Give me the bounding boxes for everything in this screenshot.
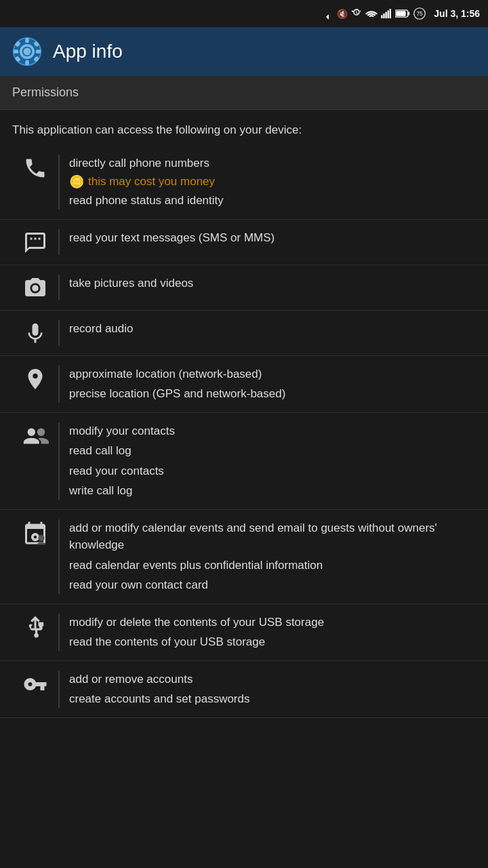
- permission-group-sms: read your text messages (SMS or MMS): [0, 220, 488, 265]
- svg-rect-13: [25, 38, 29, 43]
- settings-gear-icon: [12, 37, 42, 66]
- phone-perm-1: directly call phone numbers: [69, 155, 476, 172]
- accounts-icon-col: [12, 671, 58, 696]
- phone-icon: [23, 156, 47, 180]
- svg-point-12: [24, 48, 31, 56]
- badge-icon: 75: [413, 7, 426, 20]
- usb-perm-2: read the contents of your USB storage: [69, 633, 476, 651]
- accounts-text-col: add or remove accounts create accounts a…: [69, 671, 476, 708]
- sms-icon: [23, 231, 47, 255]
- permission-group-mic: record audio: [0, 311, 488, 356]
- mute-icon: 🔇: [337, 9, 348, 19]
- mic-icon: [23, 321, 47, 346]
- permissions-bar: Permissions: [0, 76, 488, 110]
- svg-rect-7: [396, 11, 406, 16]
- phone-perm-3: read phone status and identity: [69, 192, 476, 210]
- contacts-perm-2: read call log: [69, 442, 476, 460]
- usb-perm-1: modify or delete the contents of your US…: [69, 614, 476, 631]
- sms-perm-1: read your text messages (SMS or MMS): [69, 229, 476, 247]
- location-perm-1: approximate location (network-based): [69, 366, 476, 383]
- status-time: Jul 3, 1:56: [434, 8, 480, 19]
- location-divider: [58, 366, 60, 403]
- mic-icon-col: [12, 320, 58, 346]
- svg-rect-0: [382, 15, 383, 18]
- sms-divider: [58, 229, 60, 255]
- sms-text-col: read your text messages (SMS or MMS): [69, 229, 476, 247]
- svg-point-23: [39, 535, 45, 541]
- phone-perm-2: this may cost you money: [88, 175, 215, 189]
- svg-rect-15: [14, 50, 18, 54]
- svg-rect-3: [388, 10, 389, 18]
- svg-rect-1: [384, 14, 385, 18]
- location-icon-col: [12, 366, 58, 391]
- permission-group-usb: modify or delete the contents of your US…: [0, 604, 488, 661]
- camera-icon-col: [12, 275, 58, 300]
- svg-point-21: [28, 428, 35, 435]
- accounts-perm-2: create accounts and set passwords: [69, 690, 476, 708]
- mic-perm-1: record audio: [69, 320, 476, 338]
- camera-perm-1: take pictures and videos: [69, 275, 476, 292]
- wifi-icon: [365, 9, 378, 18]
- contacts-perm-1: modify your contacts: [69, 422, 476, 440]
- app-info-title: App info: [53, 41, 123, 62]
- accounts-perm-1: add or remove accounts: [69, 671, 476, 688]
- svg-text:75: 75: [417, 11, 424, 17]
- accounts-divider: [58, 671, 60, 708]
- permissions-label: Permissions: [12, 85, 79, 100]
- permission-group-camera: take pictures and videos: [0, 265, 488, 311]
- svg-rect-6: [408, 12, 410, 15]
- calendar-text-col: add or modify calendar events and send e…: [69, 519, 476, 594]
- svg-rect-2: [386, 12, 387, 18]
- location-icon: [23, 367, 47, 391]
- permission-group-phone: directly call phone numbers 🪙 this may c…: [0, 145, 488, 220]
- svg-rect-16: [36, 50, 41, 54]
- usb-icon-col: [12, 614, 58, 639]
- phone-icon-col: [12, 155, 58, 180]
- mic-text-col: record audio: [69, 320, 476, 338]
- warning-emoji: 🪙: [69, 174, 84, 189]
- permission-group-location: approximate location (network-based) pre…: [0, 356, 488, 413]
- calendar-perm-1: add or modify calendar events and send e…: [69, 519, 476, 554]
- contacts-icon-col: [12, 422, 58, 448]
- bluetooth-icon: [324, 7, 333, 20]
- battery-icon: [395, 9, 410, 18]
- app-header: App info: [0, 27, 488, 76]
- calendar-divider: [58, 519, 60, 594]
- contacts-icon: [22, 424, 49, 448]
- main-description: This application can access the followin…: [0, 110, 488, 145]
- location-text-col: approximate location (network-based) pre…: [69, 366, 476, 403]
- camera-text-col: take pictures and videos: [69, 275, 476, 292]
- calendar-icon-col: [12, 519, 58, 545]
- svg-point-22: [37, 428, 45, 435]
- usb-divider: [58, 614, 60, 651]
- status-icons: 🔇 75: [324, 7, 426, 20]
- sms-icon-col: [12, 229, 58, 255]
- contacts-text-col: modify your contacts read call log read …: [69, 422, 476, 500]
- mic-divider: [58, 320, 60, 346]
- signal-icon: [381, 9, 392, 18]
- svg-rect-14: [25, 60, 29, 65]
- phone-divider: [58, 155, 60, 210]
- camera-divider: [58, 275, 60, 300]
- usb-icon: [23, 615, 47, 639]
- location-perm-2: precise location (GPS and network-based): [69, 385, 476, 403]
- accounts-icon: [23, 672, 47, 696]
- status-bar: 🔇 75 Jul 3, 1:56: [0, 0, 488, 27]
- permission-group-accounts: add or remove accounts create accounts a…: [0, 661, 488, 718]
- svg-rect-4: [390, 9, 391, 18]
- phone-perm-warning: 🪙 this may cost you money: [69, 174, 476, 189]
- permission-group-contacts: modify your contacts read call log read …: [0, 413, 488, 510]
- camera-icon: [23, 276, 47, 300]
- calendar-perm-3: read your own contact card: [69, 576, 476, 594]
- calendar-perm-2: read calendar events plus confidential i…: [69, 557, 476, 574]
- calendar-icon: [23, 521, 47, 545]
- permission-group-calendar: add or modify calendar events and send e…: [0, 510, 488, 604]
- contacts-divider: [58, 422, 60, 500]
- alarm-icon: [351, 8, 362, 19]
- contacts-perm-4: write call log: [69, 482, 476, 500]
- phone-text-col: directly call phone numbers 🪙 this may c…: [69, 155, 476, 210]
- permission-list: directly call phone numbers 🪙 this may c…: [0, 145, 488, 718]
- contacts-perm-3: read your contacts: [69, 462, 476, 480]
- usb-text-col: modify or delete the contents of your US…: [69, 614, 476, 651]
